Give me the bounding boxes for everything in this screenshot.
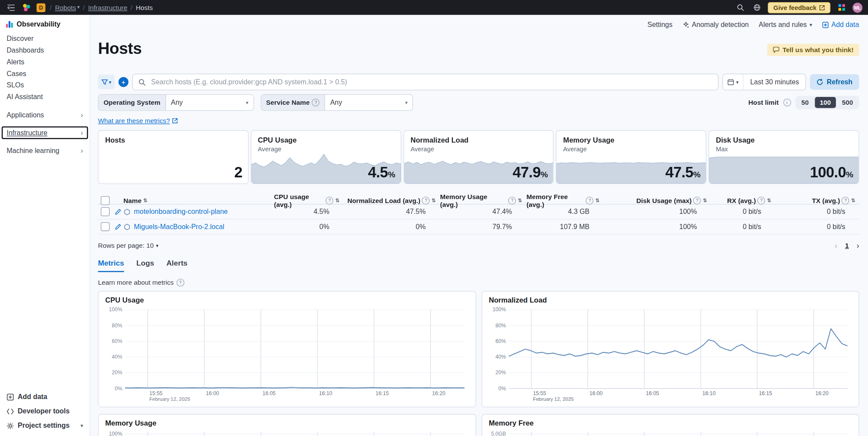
settings-button[interactable]: Settings	[647, 21, 673, 29]
page-number-button[interactable]: 1	[845, 242, 849, 250]
gear-icon	[7, 422, 14, 429]
deployment-badge[interactable]: D	[36, 3, 45, 12]
add-filter-button[interactable]: +	[119, 77, 129, 87]
give-feedback-button[interactable]: Give feedback	[768, 2, 830, 13]
column-disk-usage[interactable]: Disk Usage (max)?⇅	[604, 197, 711, 205]
cell-memory-free: 107.9 MB	[526, 223, 604, 231]
pencil-icon	[115, 208, 121, 215]
svg-text:16:00: 16:00	[590, 390, 603, 396]
rows-per-page-button[interactable]: Rows per page: 10 ▾	[98, 242, 158, 250]
host-limit-100[interactable]: 100	[815, 97, 836, 108]
cell-disk: 100%	[604, 208, 711, 216]
info-icon: ?	[326, 197, 333, 205]
open-host-details-button[interactable]	[112, 208, 123, 215]
memory-usage-chart[interactable]: 100%	[105, 429, 469, 436]
feedback-badge[interactable]: Tell us what you think!	[767, 44, 859, 56]
sidebar-item-slos[interactable]: SLOs	[0, 79, 90, 91]
svg-text:16:00: 16:00	[206, 390, 219, 396]
sidebar-item-ai-assistant[interactable]: AI Assistant	[0, 91, 90, 103]
date-quick-select-button[interactable]: ▾	[723, 74, 744, 90]
normalized-load-chart[interactable]: 0%20%40%60%80%100%15:55February 12, 2025…	[489, 306, 852, 404]
table-row: Miguels-MacBook-Pro-2.local 0% 0% 79.7% …	[98, 220, 859, 234]
normalized-load-panel: Normalized Load 0%20%40%60%80%100%15:55F…	[482, 291, 859, 407]
chevron-down-icon: ▾	[77, 5, 80, 10]
column-rx[interactable]: RX (avg.)?⇅	[711, 197, 776, 205]
sidebar-item-discover[interactable]: Discover	[0, 33, 90, 44]
memory-free-chart[interactable]: 5.0GB	[489, 429, 852, 436]
what-are-these-metrics-link[interactable]: What are these metrics?	[98, 117, 178, 125]
cell-cpu: 4.5%	[274, 208, 344, 216]
observability-logo-icon	[6, 20, 13, 28]
alerts-and-rules-menu[interactable]: Alerts and rules ▾	[759, 21, 812, 29]
svg-text:February 12, 2025: February 12, 2025	[149, 396, 190, 402]
anomaly-detection-button[interactable]: Anomaly detection	[683, 21, 749, 29]
refresh-button[interactable]: Refresh	[810, 74, 859, 90]
search-input[interactable]	[150, 77, 712, 86]
elastic-logo[interactable]	[21, 2, 32, 13]
previous-page-button[interactable]: ‹	[835, 241, 838, 250]
open-host-details-button[interactable]	[112, 223, 123, 230]
time-range-label[interactable]: Last 30 minutes	[743, 78, 805, 86]
cell-load: 0%	[344, 223, 440, 231]
tab-logs[interactable]: Logs	[136, 259, 154, 272]
kpi-memory-usage[interactable]: Memory Usage Average 47.5%	[556, 130, 706, 184]
kpi-disk-usage[interactable]: Disk Usage Max 100.0%	[709, 130, 859, 184]
sidebar-group-applications[interactable]: Applications ›	[2, 109, 87, 121]
column-normalized-load[interactable]: Normalized Load (avg.)?⇅	[344, 197, 440, 205]
learn-more-metrics[interactable]: Learn more about metrics ?	[98, 279, 859, 286]
host-name-link[interactable]: Miguels-MacBook-Pro-2.local	[134, 223, 224, 231]
info-icon: ?	[586, 197, 594, 205]
saved-query-menu-button[interactable]: ▾	[98, 75, 115, 89]
sidebar-developer-tools[interactable]: Developer tools	[0, 404, 90, 418]
sidebar-project-settings[interactable]: Project settings ▾	[0, 419, 90, 433]
cell-tx: 0 bit/s	[776, 208, 860, 216]
host-limit-50[interactable]: 50	[796, 97, 814, 108]
svg-text:80%: 80%	[495, 323, 506, 329]
projects-grid-icon[interactable]	[836, 2, 847, 13]
select-all-checkbox[interactable]	[101, 196, 109, 205]
svg-text:40%: 40%	[112, 354, 122, 360]
sidebar-item-dashboards[interactable]: Dashboards	[0, 44, 90, 56]
host-limit-500[interactable]: 500	[837, 97, 858, 108]
svg-text:16:10: 16:10	[703, 390, 716, 396]
operating-system-select[interactable]: Any ▾	[166, 95, 253, 110]
sidebar-group-machine-learning[interactable]: Machine learning ›	[2, 145, 87, 156]
tab-alerts[interactable]: Alerts	[166, 259, 188, 272]
sidebar-item-cases[interactable]: Cases	[0, 68, 90, 80]
collapse-nav-icon[interactable]	[6, 2, 17, 13]
chevron-down-icon: ▾	[405, 100, 408, 105]
sidebar-item-alerts[interactable]: Alerts	[0, 56, 90, 68]
sidebar-add-data[interactable]: Add data	[0, 389, 90, 404]
search-icon[interactable]	[735, 2, 746, 13]
svg-text:0%: 0%	[498, 386, 506, 392]
add-data-button[interactable]: Add data	[822, 21, 859, 29]
user-avatar[interactable]: ML	[852, 3, 862, 13]
service-name-filter: Service Name ? Any ▾	[261, 94, 413, 111]
column-memory-free[interactable]: Memory Free (avg.)?⇅	[526, 193, 604, 209]
breadcrumb-infrastructure[interactable]: Infrastructure	[88, 3, 127, 11]
pencil-icon	[115, 223, 121, 230]
row-checkbox[interactable]	[101, 222, 109, 231]
column-name[interactable]: Name ⇅	[123, 197, 274, 205]
column-cpu[interactable]: CPU usage (avg.)?⇅	[274, 193, 344, 209]
host-name-link[interactable]: motelonboarding-control-plane	[134, 208, 228, 216]
cpu-usage-chart[interactable]: 0%20%40%60%80%100%15:55February 12, 2025…	[105, 306, 469, 404]
tab-metrics[interactable]: Metrics	[98, 259, 124, 272]
kpi-cpu-usage[interactable]: CPU Usage Average 4.5%	[251, 130, 401, 184]
info-icon: ?	[758, 197, 766, 205]
service-name-select[interactable]: Any ▾	[325, 95, 413, 110]
breadcrumb-robots[interactable]: Robots ▾	[55, 3, 80, 11]
kpi-normalized-load[interactable]: Normalized Load Average 47.9%	[403, 130, 554, 184]
memory-free-panel: Memory Free 5.0GB	[482, 414, 859, 436]
cell-disk: 100%	[604, 223, 711, 231]
column-memory-usage[interactable]: Memory Usage (avg.)?⇅	[440, 193, 527, 209]
sidebar-group-infrastructure[interactable]: Infrastructure ›	[2, 127, 87, 139]
globe-icon[interactable]	[751, 2, 762, 13]
table-header: Name ⇅ CPU usage (avg.)?⇅ Normalized Loa…	[98, 193, 859, 205]
row-checkbox[interactable]	[101, 207, 109, 216]
charts-row-2: Memory Usage 100% Memory Free 5.0GB	[98, 414, 859, 436]
next-page-button[interactable]: ›	[857, 241, 859, 250]
column-tx[interactable]: TX (avg.)?⇅	[776, 197, 860, 205]
add-data-icon	[7, 393, 14, 401]
kpi-hosts[interactable]: Hosts 2	[98, 130, 249, 184]
